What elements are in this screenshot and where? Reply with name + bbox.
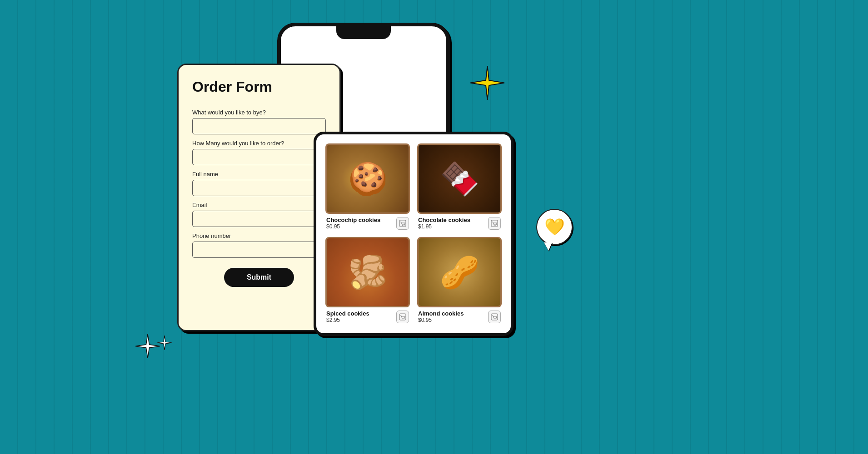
svg-point-15 xyxy=(494,318,495,319)
field-label-0: What would you like to bye? xyxy=(192,109,326,116)
product-name-price-spiced: Spiced cookies $2.95 xyxy=(326,310,369,323)
submit-button[interactable]: Submit xyxy=(224,268,294,287)
product-name-price-chocolate: Chocolate cookies $1.95 xyxy=(418,217,470,230)
chocolate-image xyxy=(419,145,500,212)
product-price-almond: $0.95 xyxy=(418,317,464,323)
almond-image xyxy=(419,238,500,306)
product-name-chocochip: Chocochip cookies xyxy=(326,217,380,223)
field-label-3: Email xyxy=(192,202,326,208)
phone-notch xyxy=(336,26,391,39)
field-input-buy[interactable] xyxy=(192,118,326,134)
product-name-spiced: Spiced cookies xyxy=(326,310,369,317)
svg-point-7 xyxy=(404,225,404,226)
field-input-quantity[interactable] xyxy=(192,149,326,165)
svg-point-13 xyxy=(404,318,404,319)
product-card-chocochip: Chocochip cookies $0.95 xyxy=(325,143,410,230)
field-input-email[interactable] xyxy=(192,211,326,227)
product-card-spiced: Spiced cookies $2.95 xyxy=(325,237,410,323)
svg-point-6 xyxy=(402,225,403,226)
product-image-chocochip xyxy=(325,143,410,214)
field-label-1: How Many would you like to order? xyxy=(192,140,326,147)
add-to-cart-chocochip[interactable] xyxy=(396,217,409,230)
product-info-spiced: Spiced cookies $2.95 xyxy=(325,310,410,323)
svg-point-12 xyxy=(402,318,403,319)
heart-speech-bubble: 💛 xyxy=(536,209,573,245)
product-card-almond: Almond cookies $0.95 xyxy=(417,237,502,323)
white-sparkle-group xyxy=(132,332,173,370)
svg-point-10 xyxy=(495,225,496,226)
product-image-chocolate xyxy=(417,143,502,214)
svg-point-9 xyxy=(494,225,495,226)
field-input-phone[interactable] xyxy=(192,242,326,258)
add-to-cart-chocolate[interactable] xyxy=(488,217,501,230)
product-grid: Chocochip cookies $0.95 xyxy=(325,143,502,323)
heart-icon: 💛 xyxy=(544,217,565,237)
product-card-chocolate: Chocolate cookies $1.95 xyxy=(417,143,502,230)
svg-point-16 xyxy=(495,318,496,319)
form-title: Order Form xyxy=(192,79,326,95)
add-to-cart-almond[interactable] xyxy=(488,311,501,323)
product-info-chocochip: Chocochip cookies $0.95 xyxy=(325,217,410,230)
product-image-almond xyxy=(417,237,502,307)
product-name-price-chocochip: Chocochip cookies $0.95 xyxy=(326,217,380,230)
field-input-fullname[interactable] xyxy=(192,180,326,196)
chocochip-image xyxy=(327,145,409,212)
product-info-chocolate: Chocolate cookies $1.95 xyxy=(417,217,502,230)
product-price-chocochip: $0.95 xyxy=(326,223,380,230)
product-price-chocolate: $1.95 xyxy=(418,223,470,230)
product-info-almond: Almond cookies $0.95 xyxy=(417,310,502,323)
tablet-mockup: Chocochip cookies $0.95 xyxy=(314,132,514,336)
heart-bubble-decoration: 💛 xyxy=(536,209,573,245)
yellow-sparkle xyxy=(470,66,504,102)
field-label-2: Full name xyxy=(192,171,326,178)
product-name-price-almond: Almond cookies $0.95 xyxy=(418,310,464,323)
product-name-almond: Almond cookies xyxy=(418,310,464,317)
field-label-4: Phone number xyxy=(192,232,326,239)
product-name-chocolate: Chocolate cookies xyxy=(418,217,470,223)
add-to-cart-spiced[interactable] xyxy=(396,311,409,323)
product-image-spiced xyxy=(325,237,410,307)
product-price-spiced: $2.95 xyxy=(326,317,369,323)
spiced-image xyxy=(327,238,409,306)
